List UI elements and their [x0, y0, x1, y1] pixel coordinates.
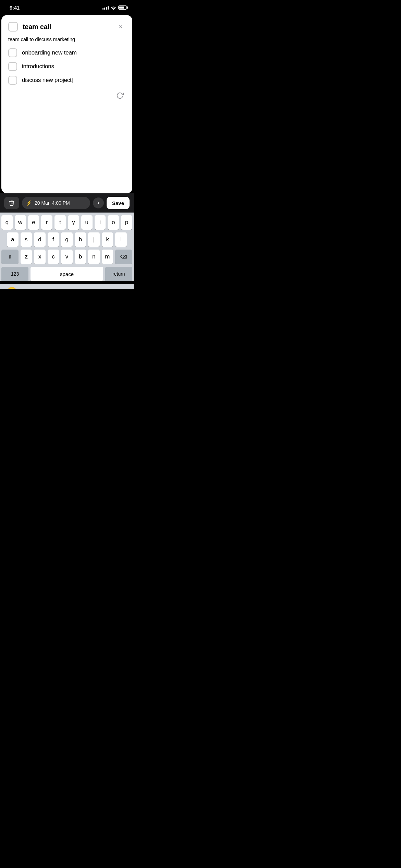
arrow-button[interactable]: > [93, 197, 104, 208]
key-i[interactable]: i [95, 215, 106, 230]
key-o[interactable]: o [108, 215, 119, 230]
key-h[interactable]: h [75, 232, 86, 247]
space-key[interactable]: space [31, 267, 103, 281]
keyboard-row-4: 123 space return [1, 267, 132, 281]
task-card: team call × team call to discuss marketi… [1, 15, 132, 193]
refresh-icon[interactable]: + [114, 90, 125, 101]
item-label-1: onboarding new team [22, 49, 77, 56]
return-key[interactable]: return [105, 267, 132, 281]
date-button[interactable]: ⚡ 20 Mar, 4:00 PM [22, 197, 90, 209]
signal-icon [102, 5, 109, 10]
item-checkbox-1[interactable] [8, 48, 17, 57]
battery-icon [118, 5, 127, 10]
key-p[interactable]: p [121, 215, 132, 230]
keyboard-bottom-bar: 😀 [0, 284, 134, 289]
date-label: 20 Mar, 4:00 PM [35, 200, 70, 206]
key-x[interactable]: x [34, 250, 45, 264]
key-d[interactable]: d [34, 232, 46, 247]
key-n[interactable]: n [88, 250, 99, 264]
key-a[interactable]: a [7, 232, 19, 247]
keyboard-row-2: a s d f g h j k l [1, 232, 132, 247]
key-v[interactable]: v [61, 250, 72, 264]
item-checkbox-2[interactable] [8, 62, 17, 71]
checklist-item: onboarding new team [8, 48, 125, 57]
close-button[interactable]: × [116, 22, 125, 32]
shift-key[interactable]: ⇧ [1, 250, 19, 264]
lightning-icon: ⚡ [26, 200, 32, 206]
checklist-item: introductions [8, 62, 125, 71]
item-label-2: introductions [22, 63, 54, 70]
emoji-button[interactable]: 😀 [7, 287, 17, 289]
toolbar: ⚡ 20 Mar, 4:00 PM > Save [0, 193, 134, 213]
key-y[interactable]: y [68, 215, 79, 230]
card-title: team call [23, 23, 111, 31]
card-footer: + [1, 85, 132, 107]
card-subtitle: team call to discuss marketing [1, 36, 132, 48]
key-m[interactable]: m [102, 250, 113, 264]
checklist-item: discuss new project [8, 76, 125, 85]
status-icons [102, 5, 127, 10]
save-button[interactable]: Save [107, 197, 130, 209]
key-t[interactable]: t [54, 215, 66, 230]
item-checkbox-3[interactable] [8, 76, 17, 85]
checklist: onboarding new team introductions discus… [1, 48, 132, 85]
key-j[interactable]: j [88, 232, 100, 247]
key-r[interactable]: r [41, 215, 52, 230]
item-label-3: discuss new project [22, 77, 73, 84]
backspace-key[interactable]: ⌫ [115, 250, 132, 264]
key-q[interactable]: q [1, 215, 13, 230]
key-u[interactable]: u [81, 215, 93, 230]
keyboard-row-1: q w e r t y u i o p [1, 215, 132, 230]
wifi-icon [111, 5, 116, 10]
key-f[interactable]: f [48, 232, 59, 247]
keyboard: q w e r t y u i o p a s d f g h j k l ⇧ … [0, 213, 134, 281]
key-b[interactable]: b [75, 250, 86, 264]
key-g[interactable]: g [61, 232, 73, 247]
task-main-checkbox[interactable] [8, 22, 18, 32]
key-l[interactable]: l [115, 232, 127, 247]
key-s[interactable]: s [21, 232, 32, 247]
trash-button[interactable] [4, 197, 19, 209]
key-e[interactable]: e [28, 215, 39, 230]
key-w[interactable]: w [15, 215, 26, 230]
key-z[interactable]: z [21, 250, 32, 264]
status-time: 9:41 [10, 5, 20, 11]
svg-text:+: + [122, 92, 124, 95]
arrow-icon: > [97, 200, 100, 206]
key-c[interactable]: c [48, 250, 59, 264]
card-header: team call × [1, 15, 132, 36]
numbers-key[interactable]: 123 [1, 267, 28, 281]
keyboard-row-3: ⇧ z x c v b n m ⌫ [1, 250, 132, 264]
status-bar: 9:41 [0, 0, 134, 15]
key-k[interactable]: k [102, 232, 113, 247]
